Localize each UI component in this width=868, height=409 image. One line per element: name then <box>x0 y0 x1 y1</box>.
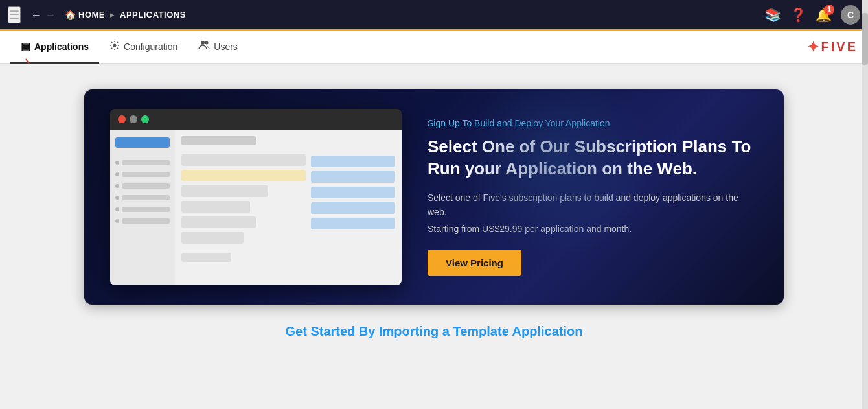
mockup-sidebar <box>110 130 175 285</box>
mockup-right-row-4 <box>311 202 395 214</box>
promo-subtitle: Sign Up To Build and Deploy Your Applica… <box>428 118 758 128</box>
mockup-row-7 <box>181 253 231 262</box>
sidebar-item-applications[interactable]: ▣ Applications <box>10 31 99 64</box>
mockup-row-highlighted <box>181 170 306 181</box>
mockup-dot-1 <box>115 161 119 165</box>
mockup-sidebar-top-bar <box>115 137 170 148</box>
promo-description: Select one of Five's subscription plans … <box>428 191 758 237</box>
app-mockup <box>110 109 402 285</box>
sidebar-item-configuration[interactable]: Configuration <box>99 31 188 64</box>
mockup-dot-5 <box>115 207 119 211</box>
mockup-main-area <box>175 130 402 285</box>
svg-point-2 <box>205 41 209 44</box>
mockup-right-column <box>311 136 395 279</box>
mockup-sidebar-item <box>115 183 170 189</box>
mockup-line-2 <box>122 172 170 177</box>
current-page-label: APPLICATIONS <box>120 10 186 19</box>
mockup-sidebar-item <box>115 207 170 212</box>
five-logo: ✦ FIVE <box>807 39 858 56</box>
mockup-dot-yellow <box>130 115 137 123</box>
home-link[interactable]: HOME <box>78 10 105 19</box>
main-content: Sign Up To Build and Deploy Your Applica… <box>0 64 868 409</box>
notifications-button[interactable]: 🔔 1 <box>816 7 832 23</box>
mockup-sidebar-item <box>115 172 170 177</box>
applications-icon: ▣ <box>21 40 30 53</box>
forward-button[interactable]: → <box>45 9 56 21</box>
mockup-right-row-2 <box>311 171 395 183</box>
five-logo-text: FIVE <box>821 40 858 54</box>
mockup-line-4 <box>122 195 170 200</box>
mockup-titlebar <box>110 109 402 130</box>
mockup-line-1 <box>122 160 170 165</box>
mockup-row-6 <box>181 232 244 244</box>
promo-text-area: Sign Up To Build and Deploy Your Applica… <box>428 118 758 276</box>
mockup-line-3 <box>122 183 170 189</box>
breadcrumb-separator: ▸ <box>110 10 115 19</box>
svg-point-1 <box>201 41 205 45</box>
promo-desc-line1: Select one of Five's subscription plans … <box>428 191 758 220</box>
home-icon: 🏠 <box>65 10 76 20</box>
mockup-header-row <box>181 136 256 145</box>
users-icon <box>198 40 210 53</box>
view-pricing-button[interactable]: View Pricing <box>428 250 521 276</box>
configuration-label: Configuration <box>124 41 177 52</box>
hamburger-menu-button[interactable]: ☰ <box>8 6 21 23</box>
promo-desc-line2: Starting from US$29.99 per application a… <box>428 222 758 236</box>
mockup-sidebar-item <box>115 195 170 200</box>
mockup-right-row-1 <box>311 156 395 167</box>
mockup-dot-red <box>118 115 126 123</box>
scrollbar[interactable] <box>862 0 868 409</box>
promo-title: Select One of Our Subscription Plans To … <box>428 136 758 180</box>
mockup-dot-6 <box>115 219 119 223</box>
mockup-row-5 <box>181 216 256 228</box>
mockup-row-1 <box>181 154 306 166</box>
bottom-cta-text: Get Started By Importing a Template Appl… <box>286 324 583 339</box>
mockup-line-6 <box>122 218 170 224</box>
back-button[interactable]: ← <box>31 9 41 21</box>
mockup-row-4 <box>181 201 250 213</box>
mockup-dot-4 <box>115 196 119 200</box>
mockup-row-3 <box>181 185 268 197</box>
mockup-dot-3 <box>115 184 119 188</box>
books-icon-button[interactable]: 📚 <box>765 7 781 23</box>
sidebar-item-users[interactable]: Users <box>188 31 248 64</box>
breadcrumb: 🏠 HOME ▸ APPLICATIONS <box>65 10 186 20</box>
five-logo-star-icon: ✦ <box>807 39 819 56</box>
users-label: Users <box>214 41 238 52</box>
applications-label: Applications <box>34 41 89 52</box>
mockup-sidebar-item <box>115 218 170 224</box>
configuration-icon <box>109 40 120 53</box>
user-avatar[interactable]: C <box>841 5 860 25</box>
mockup-dot-2 <box>115 172 119 176</box>
help-icon-button[interactable]: ❓ <box>790 7 806 23</box>
promo-card: Sign Up To Build and Deploy Your Applica… <box>84 89 784 305</box>
mockup-right-row-5 <box>311 218 395 229</box>
notification-badge: 1 <box>824 5 834 15</box>
svg-point-0 <box>113 43 117 47</box>
mockup-dot-green <box>141 115 149 123</box>
mockup-line-5 <box>122 207 170 212</box>
nav-right-actions: 📚 ❓ 🔔 1 C <box>765 5 860 25</box>
mockup-body <box>110 130 402 285</box>
top-navigation: ☰ ← → 🏠 HOME ▸ APPLICATIONS 📚 ❓ 🔔 1 C <box>0 0 868 31</box>
mockup-sidebar-item <box>115 160 170 165</box>
scrollbar-thumb[interactable] <box>862 13 868 65</box>
mockup-right-row-3 <box>311 187 395 198</box>
mockup-left-column <box>181 136 306 279</box>
sub-navigation: ▣ Applications Configuration Users <box>0 31 868 64</box>
